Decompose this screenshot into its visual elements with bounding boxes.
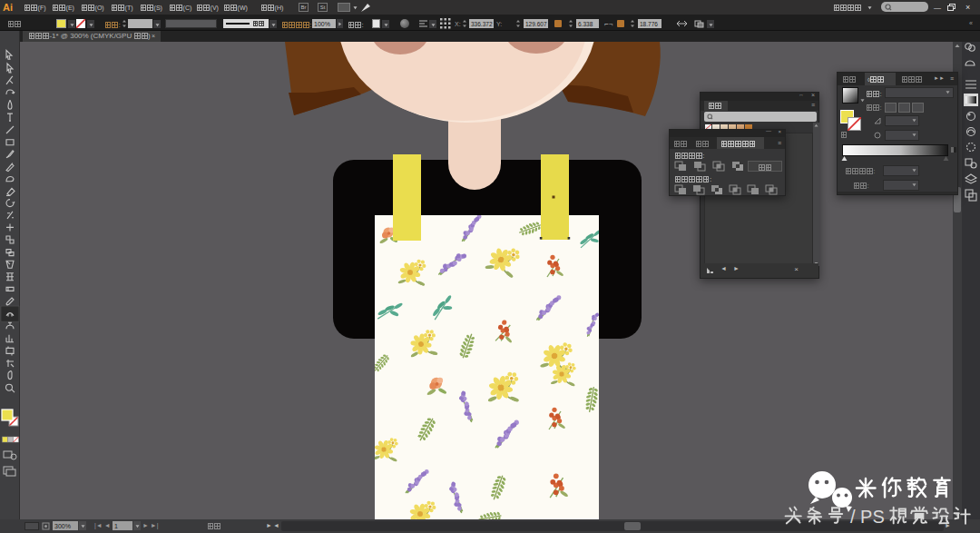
svg-text:/ PS: / PS — [850, 507, 885, 527]
